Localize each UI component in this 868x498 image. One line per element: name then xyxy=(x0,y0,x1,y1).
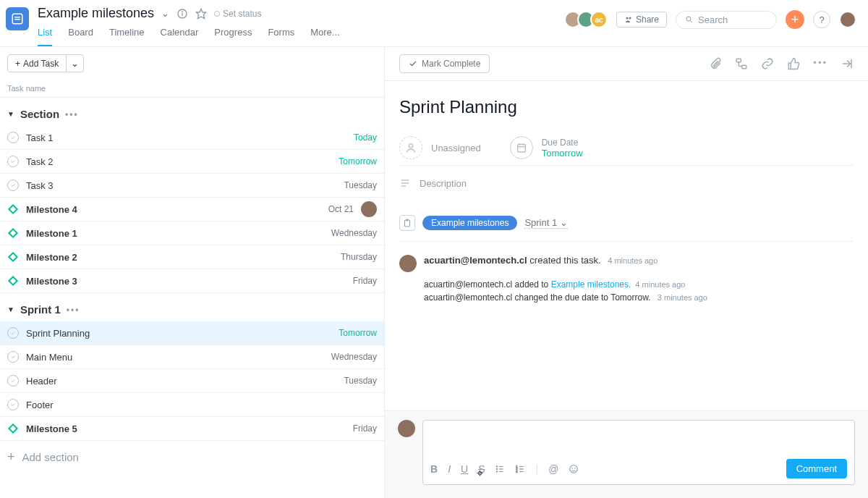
description-icon xyxy=(399,177,411,189)
svg-rect-17 xyxy=(742,65,746,69)
task-name: Milestone 5 xyxy=(26,423,346,434)
task-date: Oct 21 xyxy=(328,204,354,214)
tab-timeline[interactable]: Timeline xyxy=(109,27,145,46)
task-check-icon[interactable] xyxy=(7,327,19,339)
tab-forms[interactable]: Forms xyxy=(268,27,294,46)
add-task-dropdown[interactable]: ⌄ xyxy=(67,54,84,72)
section-menu-icon[interactable]: ••• xyxy=(65,109,79,119)
share-button[interactable]: Share xyxy=(616,12,667,28)
task-check-icon[interactable] xyxy=(7,351,19,363)
bullet-list-icon[interactable] xyxy=(495,464,505,474)
svg-rect-11 xyxy=(9,205,17,213)
mark-complete-button[interactable]: Mark Complete xyxy=(399,54,490,73)
attachment-icon[interactable] xyxy=(709,57,722,70)
task-detail-title[interactable]: Sprint Planning xyxy=(399,97,854,117)
section-caret-icon[interactable]: ▼ xyxy=(7,305,14,313)
svg-rect-13 xyxy=(9,253,17,261)
task-check-icon[interactable] xyxy=(7,180,19,191)
task-name: Header xyxy=(26,376,336,387)
task-name: Sprint Planning xyxy=(26,328,331,339)
task-row[interactable]: Task 2Tomorrow xyxy=(0,150,384,174)
link-icon[interactable] xyxy=(761,57,774,70)
task-row[interactable]: Milestone 5Friday xyxy=(0,417,384,441)
column-header-name: Task name xyxy=(0,80,384,98)
task-date: Tomorrow xyxy=(339,156,377,166)
like-icon[interactable] xyxy=(787,57,800,70)
task-date: Tomorrow xyxy=(339,328,377,338)
add-task-button[interactable]: +Add Task xyxy=(7,54,67,72)
svg-point-43 xyxy=(572,468,573,468)
task-row[interactable]: Task 3Tuesday xyxy=(0,174,384,198)
number-list-icon[interactable]: 123 xyxy=(515,464,525,474)
task-check-icon[interactable] xyxy=(7,156,19,167)
task-check-icon[interactable] xyxy=(7,375,19,387)
project-pill[interactable]: Example milestones xyxy=(422,216,517,230)
comment-button[interactable]: Comment xyxy=(786,459,847,478)
section-link[interactable]: Sprint 1⌄ xyxy=(524,217,568,229)
tab-more[interactable]: More... xyxy=(310,27,339,46)
tab-calendar[interactable]: Calendar xyxy=(161,27,199,46)
search-input[interactable]: Search xyxy=(676,11,777,29)
task-assignee-avatar[interactable] xyxy=(361,201,377,217)
info-icon[interactable] xyxy=(176,8,188,20)
milestone-icon xyxy=(7,275,19,287)
task-row[interactable]: Task 1Today xyxy=(0,126,384,150)
star-icon[interactable] xyxy=(195,8,207,20)
milestone-icon xyxy=(7,203,19,215)
clipboard-icon xyxy=(399,215,415,231)
more-icon[interactable]: ••• xyxy=(813,57,827,70)
tab-list[interactable]: List xyxy=(38,27,52,46)
close-detail-icon[interactable] xyxy=(841,57,854,70)
svg-point-8 xyxy=(629,17,631,20)
help-button[interactable]: ? xyxy=(813,11,830,28)
milestone-icon xyxy=(7,227,19,239)
svg-text:3: 3 xyxy=(516,469,519,473)
task-check-icon[interactable] xyxy=(7,399,19,410)
description-field[interactable]: Description xyxy=(399,166,854,201)
task-row[interactable]: HeaderTuesday xyxy=(0,369,384,393)
task-name: Milestone 3 xyxy=(26,276,346,287)
task-date: Friday xyxy=(353,423,377,434)
underline-icon[interactable]: U xyxy=(461,463,468,475)
check-icon xyxy=(409,59,417,68)
section-name[interactable]: Section xyxy=(20,108,59,120)
global-add-button[interactable]: + xyxy=(786,10,804,29)
task-row[interactable]: Milestone 2Thursday xyxy=(0,245,384,269)
task-row[interactable]: Sprint PlanningTomorrow xyxy=(0,321,384,345)
section-name[interactable]: Sprint 1 xyxy=(20,303,61,316)
task-name: Task 2 xyxy=(26,156,331,167)
assignee-field[interactable]: Unassigned xyxy=(399,136,481,159)
svg-point-9 xyxy=(686,17,691,21)
emoji-icon[interactable] xyxy=(569,464,579,474)
task-row[interactable]: Main MenuWednesday xyxy=(0,345,384,369)
due-date-field[interactable]: Due Date Tomorrow xyxy=(510,136,583,159)
section-caret-icon[interactable]: ▼ xyxy=(7,110,14,118)
add-section-button[interactable]: +Add section xyxy=(0,441,384,473)
task-row[interactable]: Footer xyxy=(0,393,384,417)
svg-point-5 xyxy=(182,12,183,12)
task-row[interactable]: Milestone 1Wednesday xyxy=(0,221,384,245)
project-title[interactable]: Example milestones xyxy=(38,6,154,21)
subtask-icon[interactable] xyxy=(735,57,748,70)
calendar-icon xyxy=(510,136,533,159)
task-row[interactable]: Milestone 3Friday xyxy=(0,269,384,293)
mention-icon[interactable]: @ xyxy=(548,463,558,475)
svg-rect-14 xyxy=(9,277,17,284)
tab-progress[interactable]: Progress xyxy=(214,27,252,46)
tab-board[interactable]: Board xyxy=(68,27,93,46)
task-date: Wednesday xyxy=(331,352,377,362)
comment-textarea[interactable] xyxy=(430,426,847,455)
project-menu-caret-icon[interactable]: ⌄ xyxy=(161,8,169,19)
bold-icon[interactable]: B xyxy=(430,463,438,475)
strike-icon[interactable]: S xyxy=(478,463,485,475)
member-avatars[interactable]: ac xyxy=(569,11,608,28)
task-date: Today xyxy=(354,132,377,143)
task-row[interactable]: Milestone 4Oct 21 xyxy=(0,198,384,221)
task-check-icon[interactable] xyxy=(7,132,19,143)
user-avatar[interactable] xyxy=(839,11,856,28)
italic-icon[interactable]: I xyxy=(448,463,451,475)
set-status-button[interactable]: Set status xyxy=(214,9,261,19)
project-icon[interactable] xyxy=(6,7,29,30)
task-name: Task 3 xyxy=(26,180,336,191)
section-menu-icon[interactable]: ••• xyxy=(67,305,80,315)
